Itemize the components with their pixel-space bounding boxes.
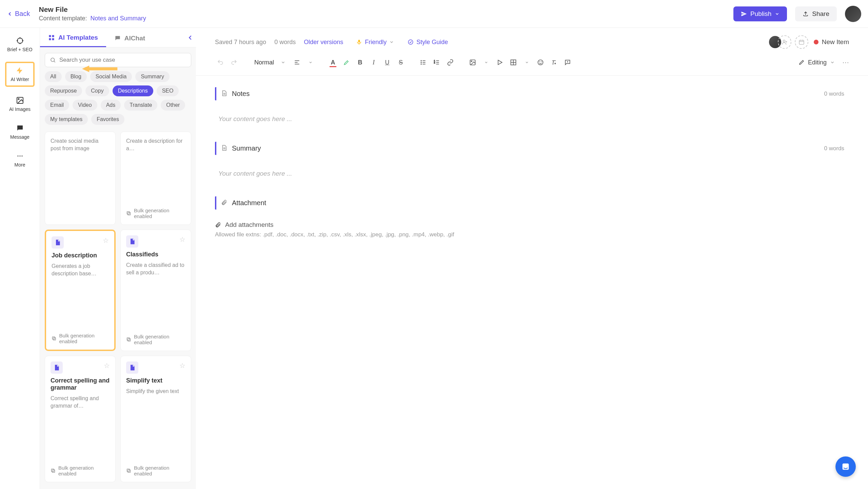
template-card[interactable]: ☆Correct spelling and grammarCorrect spe… [45,356,116,482]
intercom-fab[interactable] [835,456,856,477]
numbered-list-button[interactable]: 12 [431,57,442,68]
chevron-down-icon [775,12,780,16]
emoji-button[interactable] [535,57,546,68]
svg-rect-18 [127,212,130,214]
editing-mode-select[interactable]: Editing [798,59,835,66]
older-versions-link[interactable]: Older versions [304,39,343,46]
chevron-left-icon [7,11,13,17]
template-card[interactable]: ☆Simplify textSimplify the given textBul… [120,356,191,482]
text-color-button[interactable]: A [328,57,338,68]
user-avatar[interactable] [845,6,861,22]
template-card[interactable]: ☆Job descriptionGenerates a job descript… [45,230,116,351]
template-card[interactable]: Create social media post from image [45,132,116,225]
template-card[interactable]: ☆ClassifiedsCreate a classified ad to se… [120,230,191,351]
favorite-star-icon[interactable]: ☆ [179,361,185,374]
schedule-button[interactable] [795,35,808,49]
clear-format-button[interactable] [549,57,559,68]
add-attachments-button[interactable]: Add attachments [215,221,849,229]
table-dropdown[interactable] [521,57,532,68]
filter-chip[interactable]: Favorites [91,114,124,125]
more-options-button[interactable]: ⋯ [842,58,849,66]
svg-point-32 [783,40,785,42]
file-title: New File [39,5,146,14]
rail-ai-images[interactable]: AI Images [8,94,32,115]
extensions-hint: Allowed file extns: .pdf, .doc, .docx, .… [215,231,849,238]
favorite-star-icon[interactable]: ☆ [179,235,185,248]
search-input[interactable] [59,57,186,63]
rail-message[interactable]: Message [9,121,31,142]
svg-line-16 [54,61,55,62]
user-plus-icon [782,39,788,45]
sidebar: AI Templates AIChat AllBlogSocial MediaS… [40,28,196,489]
svg-marker-55 [498,60,502,64]
filter-chip[interactable]: Repurpose [45,85,82,96]
back-button[interactable]: Back [7,10,30,18]
svg-rect-21 [128,338,131,341]
filter-chip[interactable]: Summary [135,71,169,82]
align-dropdown[interactable] [305,57,316,68]
intercom-icon [841,462,850,471]
filter-chip[interactable]: Descriptions [113,85,153,96]
filter-chip[interactable]: Translate [124,100,157,111]
style-guide-link[interactable]: Style Guide [408,39,448,46]
svg-point-42 [421,60,421,61]
tab-ai-chat[interactable]: AIChat [106,28,153,47]
highlight-button[interactable] [341,57,352,68]
bullet-list-button[interactable] [418,57,429,68]
svg-point-15 [51,58,55,62]
redo-button[interactable] [229,57,239,68]
grid-icon [48,34,55,41]
bold-button[interactable]: B [355,57,366,68]
insert-image-button[interactable] [467,57,478,68]
filter-chip[interactable]: Social Media [90,71,132,82]
editor-toolbar: Normal A B I U S 12 [196,52,868,76]
filter-chip[interactable]: Other [161,100,185,111]
add-collaborator-button[interactable] [778,35,791,49]
status-new-item[interactable]: New Item [814,38,849,46]
favorite-star-icon[interactable]: ☆ [103,236,109,249]
template-card[interactable]: Create a description for a…Bulk generati… [120,132,191,225]
rail-brief-seo[interactable]: Brief + SEO [6,34,34,55]
section-header: Notes0 words [215,87,849,100]
publish-button[interactable]: Publish [733,6,787,21]
undo-button[interactable] [215,57,226,68]
filter-chip[interactable]: Blog [65,71,87,82]
filter-chip[interactable]: Copy [85,85,109,96]
link-button[interactable] [445,57,456,68]
tab-ai-templates[interactable]: AI Templates [40,28,106,47]
tone-selector[interactable]: Friendly [356,39,394,46]
svg-rect-24 [52,469,54,472]
svg-rect-12 [52,35,54,37]
align-button[interactable] [292,57,302,68]
svg-point-59 [538,60,543,65]
template-link[interactable]: Notes and Summary [91,15,146,22]
filter-chip[interactable]: Ads [101,100,121,111]
filter-chip[interactable]: All [45,71,62,82]
filter-chip[interactable]: SEO [157,85,179,96]
filter-chip[interactable]: Email [45,100,69,111]
rail-more[interactable]: More [13,149,27,170]
filter-chip[interactable]: Video [73,100,97,111]
share-button[interactable]: Share [795,6,837,21]
italic-button[interactable]: I [368,57,379,68]
collapse-sidebar-button[interactable] [186,34,194,43]
image-dropdown[interactable] [481,57,492,68]
rail-ai-writer[interactable]: AI Writer [5,62,34,87]
underline-button[interactable]: U [382,57,393,68]
favorite-star-icon[interactable]: ☆ [104,361,110,374]
bulk-badge: Bulk generation enabled [52,327,109,344]
document-body: Notes0 wordsYour content goes here ...Su… [196,76,868,489]
content-placeholder[interactable]: Your content goes here ... [215,109,849,134]
video-button[interactable] [494,57,505,68]
bulk-badge: Bulk generation enabled [126,202,185,219]
section-word-count: 0 words [824,91,844,97]
svg-rect-11 [49,35,51,37]
strikethrough-button[interactable]: S [395,57,406,68]
svg-rect-35 [799,40,804,44]
paragraph-style-select[interactable]: Normal [251,58,289,67]
doc-icon [52,236,64,249]
filter-chip[interactable]: My templates [45,114,88,125]
content-placeholder[interactable]: Your content goes here ... [215,163,849,188]
comment-button[interactable] [562,57,573,68]
table-button[interactable] [508,57,519,68]
